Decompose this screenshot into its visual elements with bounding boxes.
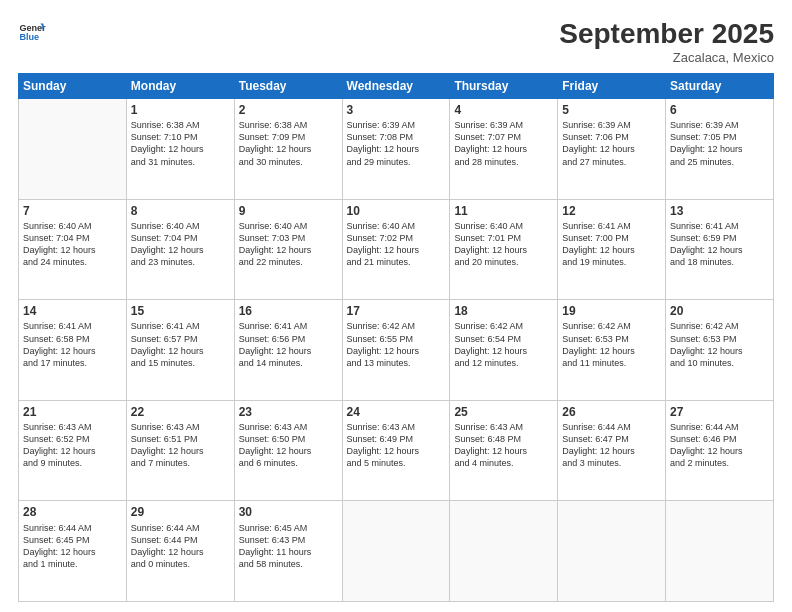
cell-info: Sunrise: 6:40 AM Sunset: 7:03 PM Dayligh… xyxy=(239,220,338,269)
calendar-cell: 2Sunrise: 6:38 AM Sunset: 7:09 PM Daylig… xyxy=(234,99,342,200)
day-number: 25 xyxy=(454,404,553,420)
calendar-cell: 20Sunrise: 6:42 AM Sunset: 6:53 PM Dayli… xyxy=(666,300,774,401)
calendar-week-row: 28Sunrise: 6:44 AM Sunset: 6:45 PM Dayli… xyxy=(19,501,774,602)
cell-info: Sunrise: 6:39 AM Sunset: 7:06 PM Dayligh… xyxy=(562,119,661,168)
cell-info: Sunrise: 6:42 AM Sunset: 6:55 PM Dayligh… xyxy=(347,320,446,369)
cell-info: Sunrise: 6:41 AM Sunset: 6:56 PM Dayligh… xyxy=(239,320,338,369)
month-title: September 2025 xyxy=(559,18,774,50)
calendar-cell: 3Sunrise: 6:39 AM Sunset: 7:08 PM Daylig… xyxy=(342,99,450,200)
day-number: 30 xyxy=(239,504,338,520)
calendar-cell: 22Sunrise: 6:43 AM Sunset: 6:51 PM Dayli… xyxy=(126,400,234,501)
cell-info: Sunrise: 6:44 AM Sunset: 6:47 PM Dayligh… xyxy=(562,421,661,470)
day-number: 22 xyxy=(131,404,230,420)
weekday-header-cell: Wednesday xyxy=(342,74,450,99)
cell-info: Sunrise: 6:42 AM Sunset: 6:54 PM Dayligh… xyxy=(454,320,553,369)
location: Zacalaca, Mexico xyxy=(559,50,774,65)
day-number: 15 xyxy=(131,303,230,319)
calendar-cell: 13Sunrise: 6:41 AM Sunset: 6:59 PM Dayli… xyxy=(666,199,774,300)
calendar-cell: 9Sunrise: 6:40 AM Sunset: 7:03 PM Daylig… xyxy=(234,199,342,300)
day-number: 9 xyxy=(239,203,338,219)
day-number: 11 xyxy=(454,203,553,219)
calendar-cell: 21Sunrise: 6:43 AM Sunset: 6:52 PM Dayli… xyxy=(19,400,127,501)
cell-info: Sunrise: 6:41 AM Sunset: 6:59 PM Dayligh… xyxy=(670,220,769,269)
calendar-cell: 25Sunrise: 6:43 AM Sunset: 6:48 PM Dayli… xyxy=(450,400,558,501)
day-number: 26 xyxy=(562,404,661,420)
weekday-header-cell: Tuesday xyxy=(234,74,342,99)
cell-info: Sunrise: 6:40 AM Sunset: 7:04 PM Dayligh… xyxy=(23,220,122,269)
cell-info: Sunrise: 6:43 AM Sunset: 6:48 PM Dayligh… xyxy=(454,421,553,470)
calendar-cell xyxy=(19,99,127,200)
day-number: 14 xyxy=(23,303,122,319)
weekday-header-cell: Saturday xyxy=(666,74,774,99)
calendar-cell xyxy=(558,501,666,602)
calendar-cell: 7Sunrise: 6:40 AM Sunset: 7:04 PM Daylig… xyxy=(19,199,127,300)
day-number: 21 xyxy=(23,404,122,420)
calendar-cell: 12Sunrise: 6:41 AM Sunset: 7:00 PM Dayli… xyxy=(558,199,666,300)
cell-info: Sunrise: 6:41 AM Sunset: 6:57 PM Dayligh… xyxy=(131,320,230,369)
day-number: 16 xyxy=(239,303,338,319)
calendar-cell: 1Sunrise: 6:38 AM Sunset: 7:10 PM Daylig… xyxy=(126,99,234,200)
cell-info: Sunrise: 6:42 AM Sunset: 6:53 PM Dayligh… xyxy=(562,320,661,369)
calendar-cell: 4Sunrise: 6:39 AM Sunset: 7:07 PM Daylig… xyxy=(450,99,558,200)
cell-info: Sunrise: 6:40 AM Sunset: 7:02 PM Dayligh… xyxy=(347,220,446,269)
calendar-cell: 11Sunrise: 6:40 AM Sunset: 7:01 PM Dayli… xyxy=(450,199,558,300)
calendar-week-row: 1Sunrise: 6:38 AM Sunset: 7:10 PM Daylig… xyxy=(19,99,774,200)
day-number: 12 xyxy=(562,203,661,219)
cell-info: Sunrise: 6:44 AM Sunset: 6:44 PM Dayligh… xyxy=(131,522,230,571)
calendar-cell: 10Sunrise: 6:40 AM Sunset: 7:02 PM Dayli… xyxy=(342,199,450,300)
logo: General Blue xyxy=(18,18,46,46)
calendar-cell xyxy=(666,501,774,602)
title-block: September 2025 Zacalaca, Mexico xyxy=(559,18,774,65)
cell-info: Sunrise: 6:38 AM Sunset: 7:09 PM Dayligh… xyxy=(239,119,338,168)
calendar-cell: 17Sunrise: 6:42 AM Sunset: 6:55 PM Dayli… xyxy=(342,300,450,401)
weekday-header-cell: Monday xyxy=(126,74,234,99)
day-number: 13 xyxy=(670,203,769,219)
calendar-cell: 24Sunrise: 6:43 AM Sunset: 6:49 PM Dayli… xyxy=(342,400,450,501)
calendar-cell: 26Sunrise: 6:44 AM Sunset: 6:47 PM Dayli… xyxy=(558,400,666,501)
header: General Blue September 2025 Zacalaca, Me… xyxy=(18,18,774,65)
calendar-cell: 16Sunrise: 6:41 AM Sunset: 6:56 PM Dayli… xyxy=(234,300,342,401)
day-number: 10 xyxy=(347,203,446,219)
cell-info: Sunrise: 6:44 AM Sunset: 6:45 PM Dayligh… xyxy=(23,522,122,571)
weekday-header-cell: Sunday xyxy=(19,74,127,99)
calendar-cell: 18Sunrise: 6:42 AM Sunset: 6:54 PM Dayli… xyxy=(450,300,558,401)
day-number: 17 xyxy=(347,303,446,319)
day-number: 7 xyxy=(23,203,122,219)
calendar-table: SundayMondayTuesdayWednesdayThursdayFrid… xyxy=(18,73,774,602)
weekday-header-cell: Friday xyxy=(558,74,666,99)
calendar-week-row: 14Sunrise: 6:41 AM Sunset: 6:58 PM Dayli… xyxy=(19,300,774,401)
cell-info: Sunrise: 6:41 AM Sunset: 6:58 PM Dayligh… xyxy=(23,320,122,369)
cell-info: Sunrise: 6:43 AM Sunset: 6:49 PM Dayligh… xyxy=(347,421,446,470)
calendar-cell: 28Sunrise: 6:44 AM Sunset: 6:45 PM Dayli… xyxy=(19,501,127,602)
day-number: 2 xyxy=(239,102,338,118)
day-number: 6 xyxy=(670,102,769,118)
day-number: 24 xyxy=(347,404,446,420)
day-number: 4 xyxy=(454,102,553,118)
day-number: 3 xyxy=(347,102,446,118)
calendar-cell: 30Sunrise: 6:45 AM Sunset: 6:43 PM Dayli… xyxy=(234,501,342,602)
day-number: 18 xyxy=(454,303,553,319)
cell-info: Sunrise: 6:39 AM Sunset: 7:07 PM Dayligh… xyxy=(454,119,553,168)
day-number: 23 xyxy=(239,404,338,420)
calendar-cell: 15Sunrise: 6:41 AM Sunset: 6:57 PM Dayli… xyxy=(126,300,234,401)
calendar-week-row: 7Sunrise: 6:40 AM Sunset: 7:04 PM Daylig… xyxy=(19,199,774,300)
day-number: 1 xyxy=(131,102,230,118)
calendar-cell xyxy=(342,501,450,602)
cell-info: Sunrise: 6:44 AM Sunset: 6:46 PM Dayligh… xyxy=(670,421,769,470)
calendar-body: 1Sunrise: 6:38 AM Sunset: 7:10 PM Daylig… xyxy=(19,99,774,602)
calendar-cell: 5Sunrise: 6:39 AM Sunset: 7:06 PM Daylig… xyxy=(558,99,666,200)
day-number: 5 xyxy=(562,102,661,118)
calendar-cell: 8Sunrise: 6:40 AM Sunset: 7:04 PM Daylig… xyxy=(126,199,234,300)
day-number: 19 xyxy=(562,303,661,319)
day-number: 8 xyxy=(131,203,230,219)
calendar-cell: 6Sunrise: 6:39 AM Sunset: 7:05 PM Daylig… xyxy=(666,99,774,200)
day-number: 29 xyxy=(131,504,230,520)
weekday-header-row: SundayMondayTuesdayWednesdayThursdayFrid… xyxy=(19,74,774,99)
calendar-cell: 23Sunrise: 6:43 AM Sunset: 6:50 PM Dayli… xyxy=(234,400,342,501)
calendar-cell xyxy=(450,501,558,602)
cell-info: Sunrise: 6:40 AM Sunset: 7:04 PM Dayligh… xyxy=(131,220,230,269)
calendar-cell: 27Sunrise: 6:44 AM Sunset: 6:46 PM Dayli… xyxy=(666,400,774,501)
cell-info: Sunrise: 6:38 AM Sunset: 7:10 PM Dayligh… xyxy=(131,119,230,168)
calendar-cell: 19Sunrise: 6:42 AM Sunset: 6:53 PM Dayli… xyxy=(558,300,666,401)
calendar-week-row: 21Sunrise: 6:43 AM Sunset: 6:52 PM Dayli… xyxy=(19,400,774,501)
